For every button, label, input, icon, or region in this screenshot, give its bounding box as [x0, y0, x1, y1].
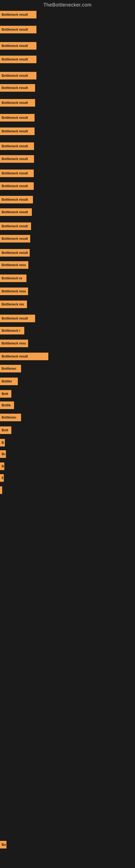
- bar-label: Bottleneck result: [2, 316, 28, 320]
- bar-item: Bottleneck result: [0, 208, 32, 216]
- bar-item: Bottleneck result: [0, 196, 33, 204]
- bar-label: B: [2, 464, 4, 468]
- bar-label: Bottleneck result: [2, 237, 28, 241]
- bar-item: Bottleneck result: [0, 72, 37, 80]
- bar-item: Bottleneck result: [0, 84, 35, 92]
- bar-label: Bottleneck result: [2, 210, 28, 214]
- bar-item: Bottleneck result: [0, 26, 37, 33]
- bar-label: Bottleneck result: [2, 144, 28, 148]
- bar-label: Bottleneck resu: [2, 289, 26, 293]
- bar-item: Bottleneck result: [0, 127, 35, 135]
- bar-label: B: [2, 441, 4, 444]
- bar-label: Bottleneck result: [2, 13, 28, 17]
- bar-label: Bottleneck result: [2, 198, 28, 202]
- bar-item: Bottleneck result: [0, 235, 30, 243]
- bar-item: Bottleneck resu: [0, 261, 28, 269]
- bar-label: Bottlenec: [2, 367, 16, 371]
- bar-item: Bottleneck result: [0, 222, 31, 230]
- bar-label: Bottleneck result: [2, 86, 28, 90]
- bar-label: Bottleneck result: [2, 172, 28, 175]
- bar-item: Bott: [0, 390, 11, 398]
- bar-label: Bottler: [2, 379, 12, 383]
- bar-label: Bott: [2, 392, 8, 396]
- bar-item: Bottleneck result: [0, 11, 37, 19]
- bar-item: Bottle: [0, 401, 14, 409]
- bar-item: Bottlenec: [0, 365, 21, 372]
- bar-label: Bottleneck resu: [2, 341, 26, 345]
- bar-item: Bottleneck result: [0, 182, 34, 190]
- bar-item: B: [0, 439, 5, 446]
- bar-item: Bottleneck result: [0, 99, 35, 106]
- bar-item: Bott: [0, 426, 11, 434]
- bar-label: Bottleneck result: [2, 58, 28, 61]
- bar-item: Bo: [0, 450, 6, 458]
- bar-item: Bottleneck result: [0, 249, 30, 257]
- bar-item: B: [0, 463, 4, 470]
- bar-item: Bo: [0, 841, 6, 848]
- bar-label: Bottleneck result: [2, 251, 28, 255]
- bar-item: Bottleneck result: [0, 169, 34, 177]
- bar-item: Bottleneck result: [0, 315, 35, 322]
- bar-item: Bottler: [0, 378, 18, 385]
- bar-label: B: [2, 476, 3, 480]
- bar-label: Bottleneck result: [2, 184, 28, 188]
- bar-label: Bottleneck result: [2, 129, 28, 133]
- bar-item: Bottleneck result: [0, 42, 37, 50]
- bar-item: Bottleneck result: [0, 352, 48, 360]
- bar-item: Bottleneck result: [0, 155, 34, 163]
- bar-item: Bottleneck result: [0, 114, 35, 122]
- bar-label: Bo: [2, 843, 6, 846]
- bar-item: Bottleneck resu: [0, 287, 28, 295]
- bar-item: Bottleneck result: [0, 143, 34, 150]
- bar-item: I: [0, 486, 2, 494]
- bar-label: Bottleneck result: [2, 224, 28, 228]
- bar-item: Bottleneck res: [0, 301, 27, 308]
- bar-item: Bottleneck result: [0, 56, 37, 63]
- bar-item: Bottleneck r: [0, 327, 24, 335]
- bar-item: Bottlenec: [0, 414, 21, 421]
- bar-label: Bottleneck result: [2, 44, 28, 48]
- bar-item: Bottleneck re: [0, 275, 27, 282]
- bar-label: Bottleneck result: [2, 28, 28, 31]
- bar-label: Bottleneck result: [2, 74, 28, 78]
- bar-label: Bottleneck result: [2, 157, 28, 161]
- bar-label: Bottlenec: [2, 415, 16, 420]
- bar-label: Bottleneck result: [2, 354, 28, 358]
- bar-label: Bottleneck r: [2, 329, 20, 333]
- site-title: TheBottlenecker.com: [0, 0, 135, 10]
- bar-label: Bo: [2, 452, 5, 456]
- bar-label: Bott: [2, 428, 8, 432]
- bar-item: B: [0, 474, 4, 482]
- bar-label: Bottleneck res: [2, 303, 24, 306]
- bar-label: Bottle: [2, 403, 11, 407]
- bar-label: Bottleneck re: [2, 276, 22, 280]
- bar-item: Bottleneck resu: [0, 340, 28, 347]
- bar-label: Bottleneck result: [2, 101, 28, 105]
- bar-label: Bottleneck result: [2, 116, 28, 120]
- bar-label: Bottleneck resu: [2, 263, 26, 267]
